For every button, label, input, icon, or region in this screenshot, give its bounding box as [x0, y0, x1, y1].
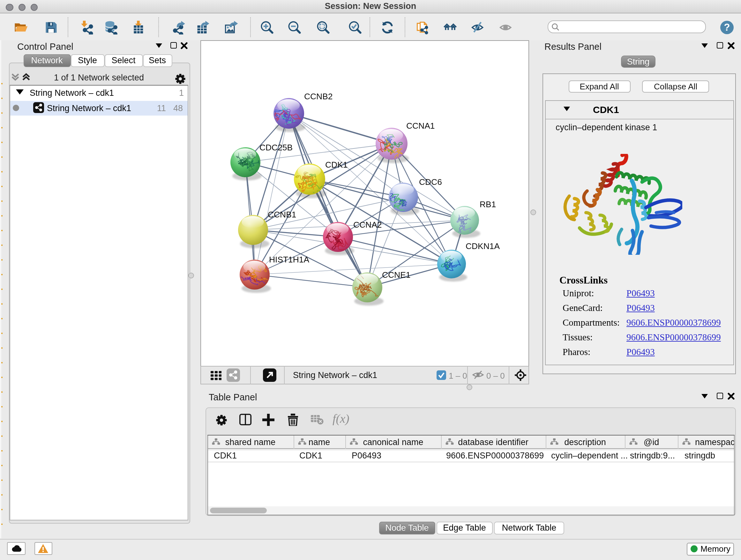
svg-text:CDKN1A: CDKN1A: [465, 241, 499, 251]
svg-text:CDK1: CDK1: [325, 160, 347, 170]
svg-text:CCNA2: CCNA2: [353, 220, 381, 230]
svg-text:RB1: RB1: [479, 199, 495, 209]
svg-text:?: ?: [724, 22, 730, 33]
svg-text:CDC25B: CDC25B: [259, 143, 292, 152]
svg-text:CCNE1: CCNE1: [382, 270, 410, 280]
svg-text:CCNB1: CCNB1: [267, 210, 296, 219]
svg-text:CCNB2: CCNB2: [304, 91, 332, 101]
svg-text:HIST1H1A: HIST1H1A: [269, 255, 309, 264]
svg-text:CCNA1: CCNA1: [406, 121, 434, 131]
svg-text:CDC6: CDC6: [419, 177, 442, 187]
